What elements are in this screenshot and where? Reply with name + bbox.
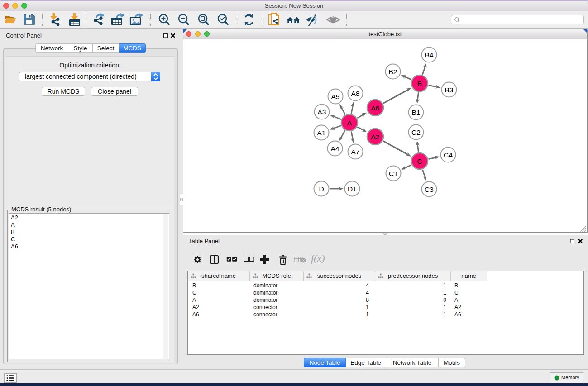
svg-text:A7: A7 bbox=[351, 148, 360, 156]
svg-text:B1: B1 bbox=[412, 109, 421, 116]
svg-text:D: D bbox=[319, 185, 324, 193]
svg-text:C4: C4 bbox=[444, 151, 453, 159]
svg-text:B2: B2 bbox=[389, 68, 397, 76]
svg-text:C1: C1 bbox=[389, 170, 398, 177]
svg-text:A: A bbox=[347, 119, 352, 127]
svg-text:A4: A4 bbox=[331, 145, 339, 152]
svg-text:B: B bbox=[417, 80, 422, 87]
svg-text:D1: D1 bbox=[348, 185, 357, 193]
svg-text:A5: A5 bbox=[331, 93, 340, 100]
svg-text:C3: C3 bbox=[425, 186, 434, 193]
svg-text:C2: C2 bbox=[411, 129, 421, 136]
svg-text:B3: B3 bbox=[445, 86, 454, 94]
svg-text:A1: A1 bbox=[317, 129, 326, 137]
svg-text:B4: B4 bbox=[425, 51, 434, 59]
svg-text:A3: A3 bbox=[318, 108, 326, 116]
svg-text:A8: A8 bbox=[351, 90, 360, 97]
svg-text:C: C bbox=[417, 157, 422, 165]
svg-text:A6: A6 bbox=[371, 104, 380, 112]
svg-text:A2: A2 bbox=[371, 133, 380, 141]
